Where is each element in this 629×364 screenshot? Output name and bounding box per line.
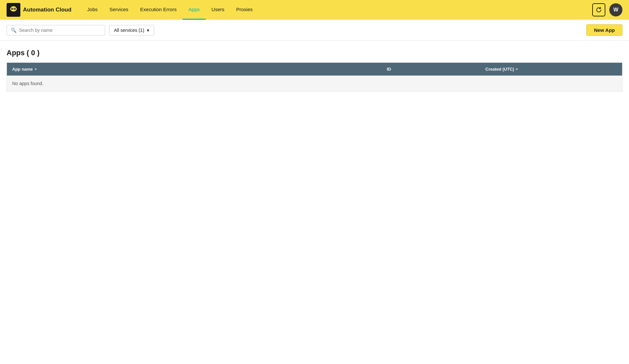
nav-users[interactable]: Users [206,0,230,20]
col-id-label: ID [387,67,391,72]
logo-icon [7,3,20,17]
new-app-button[interactable]: New App [586,24,622,36]
nav-links: Jobs Services Execution Errors Apps User… [81,0,592,20]
sort-app-name-icon: ▾ [35,67,36,71]
nav-proxies[interactable]: Proxies [230,0,259,20]
table-header: App name ▾ ID Created (UTC) ▾ [7,63,622,76]
col-app-name[interactable]: App name ▾ [12,67,387,72]
top-nav: Automation Cloud Jobs Services Execution… [0,0,629,20]
col-created-utc-label: Created (UTC) [485,67,514,72]
search-icon: 🔍 [11,28,16,33]
nav-services[interactable]: Services [104,0,134,20]
logo-text: Automation Cloud [23,7,71,13]
refresh-icon [596,7,602,13]
table-body: No apps found. [7,76,622,91]
svg-point-4 [12,9,12,9]
toolbar: 🔍 All services (1) ▾ New App [0,20,629,41]
chevron-down-icon: ▾ [147,28,149,33]
search-input[interactable] [19,28,101,33]
refresh-button[interactable] [592,3,605,16]
services-dropdown[interactable]: All services (1) ▾ [109,25,154,35]
col-created-utc[interactable]: Created (UTC) ▾ [485,67,617,72]
empty-message: No apps found. [7,76,622,91]
col-app-name-label: App name [12,67,33,72]
apps-table: App name ▾ ID Created (UTC) ▾ No apps fo… [7,62,622,92]
services-dropdown-label: All services (1) [114,28,144,33]
nav-execution-errors[interactable]: Execution Errors [134,0,183,20]
sort-created-utc-icon: ▾ [516,67,518,71]
page-title: Apps ( 0 ) [7,49,622,57]
col-id: ID [387,67,485,72]
search-box[interactable]: 🔍 [7,25,105,35]
svg-point-5 [14,9,15,9]
nav-apps[interactable]: Apps [182,0,205,20]
nav-right: W [592,3,622,16]
logo-link[interactable]: Automation Cloud [7,3,71,17]
nav-jobs[interactable]: Jobs [81,0,104,20]
main-content: Apps ( 0 ) App name ▾ ID Created (UTC) ▾… [0,41,629,92]
user-avatar[interactable]: W [609,3,622,16]
